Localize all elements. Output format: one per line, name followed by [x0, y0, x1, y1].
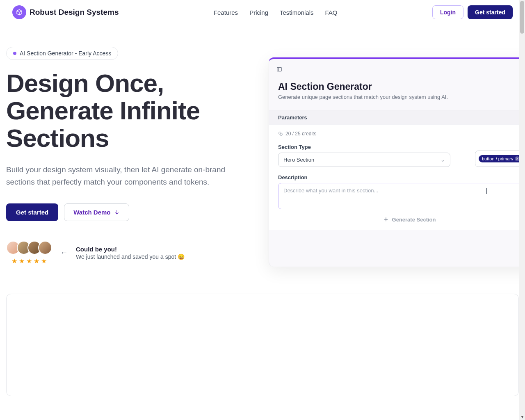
components-field: button / primary ✕ but [475, 151, 525, 167]
hero-right: AI Section Generator Generate unique pag… [269, 45, 525, 265]
badge-dot-icon [13, 52, 16, 55]
mock-sub: Generate unique page sections that match… [278, 94, 525, 100]
generate-section-button[interactable]: Generate Section [383, 217, 436, 223]
hero-actions: Get started Watch Demo [6, 203, 252, 221]
section-type-field: Section Type Hero Section ⌄ [278, 144, 468, 167]
form-row: Section Type Hero Section ⌄ button / pri… [278, 144, 525, 167]
feature-card-placeholder [6, 294, 519, 396]
avatar [38, 241, 52, 255]
description-label: Description [278, 174, 525, 180]
hero-title: Design Once, Generate Infinite Sections [6, 70, 252, 152]
logo-icon [12, 5, 26, 19]
credits-text: 20 / 25 credits [285, 131, 316, 137]
arrow-left-icon: ← [60, 249, 68, 257]
panel-icon[interactable] [276, 66, 282, 74]
get-started-header-button[interactable]: Get started [468, 5, 513, 19]
mock-title: AI Section Generator [278, 81, 525, 92]
nav-features[interactable]: Features [214, 9, 238, 16]
star-icon: ★ [11, 257, 17, 265]
mock-body: 20 / 25 credits Section Type Hero Sectio… [269, 125, 525, 230]
brand-name: Robust Design Systems [30, 8, 119, 17]
coins-icon [278, 131, 283, 136]
hero-left: AI Section Generator - Early Access Desi… [6, 45, 252, 265]
avatars-stars: ★ ★ ★ ★ ★ [6, 241, 52, 265]
avatar-row [6, 241, 52, 255]
hero-subtitle: Build your design system visually, then … [6, 164, 236, 189]
brand[interactable]: Robust Design Systems [12, 5, 119, 19]
mock-header: AI Section Generator Generate unique pag… [276, 81, 525, 100]
chevron-down-icon: ⌄ [441, 157, 445, 163]
components-chips[interactable]: button / primary ✕ but [475, 151, 525, 167]
generate-label: Generate Section [392, 217, 436, 223]
social-sub: We just launched and saved you a spot 😄 [76, 253, 185, 260]
header: Robust Design Systems Features Pricing T… [0, 0, 525, 25]
chip-button-primary[interactable]: button / primary ✕ [479, 155, 523, 162]
sparkle-icon [383, 217, 389, 223]
arrow-down-icon [114, 209, 120, 215]
scrollbar[interactable]: ▾ [519, 0, 525, 420]
section-type-select[interactable]: Hero Section ⌄ [278, 153, 450, 167]
announcement-badge[interactable]: AI Section Generator - Early Access [6, 47, 118, 60]
star-icon: ★ [34, 257, 39, 265]
nav-faq[interactable]: FAQ [325, 9, 338, 16]
watch-demo-label: Watch Demo [73, 209, 110, 216]
description-textarea[interactable]: Describe what you want in this section..… [278, 183, 525, 209]
social-text: Could be you! We just launched and saved… [76, 246, 185, 260]
product-mock: AI Section Generator Generate unique pag… [269, 57, 525, 267]
social-proof: ★ ★ ★ ★ ★ ← Could be you! We just launch… [6, 241, 252, 265]
hero: AI Section Generator - Early Access Desi… [0, 25, 525, 265]
credits-indicator: 20 / 25 credits [278, 131, 525, 137]
star-rating: ★ ★ ★ ★ ★ [11, 257, 47, 265]
scroll-arrow-down-icon[interactable]: ▾ [519, 415, 525, 419]
description-placeholder: Describe what you want in this section..… [283, 187, 378, 194]
parameters-bar: Parameters [269, 110, 525, 125]
scroll-thumb[interactable] [520, 1, 524, 34]
text-cursor-icon [486, 188, 487, 194]
svg-rect-0 [277, 67, 282, 71]
section-type-label: Section Type [278, 144, 468, 150]
nav: Features Pricing Testimonials FAQ [214, 9, 338, 16]
badge-text: AI Section Generator - Early Access [20, 50, 111, 57]
header-actions: Login Get started [432, 5, 513, 19]
login-button[interactable]: Login [432, 5, 463, 19]
get-started-hero-button[interactable]: Get started [6, 203, 58, 221]
social-title: Could be you! [76, 246, 185, 253]
nav-testimonials[interactable]: Testimonials [280, 9, 314, 16]
star-icon: ★ [41, 257, 47, 265]
nav-pricing[interactable]: Pricing [249, 9, 268, 16]
star-icon: ★ [19, 257, 25, 265]
watch-demo-button[interactable]: Watch Demo [64, 203, 129, 221]
generate-row: Generate Section [278, 209, 525, 230]
chip-label: button / primary [482, 156, 513, 161]
star-icon: ★ [26, 257, 32, 265]
section-type-value: Hero Section [283, 157, 314, 163]
